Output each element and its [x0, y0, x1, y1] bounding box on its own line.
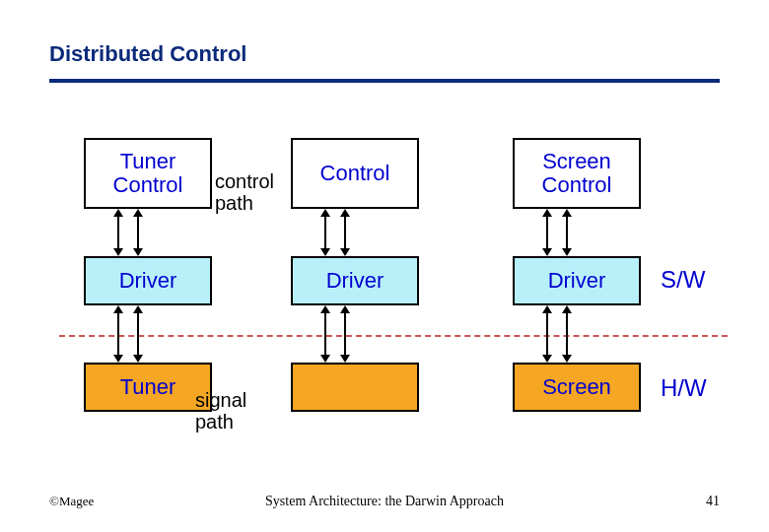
driver-label-2: Driver — [326, 269, 384, 293]
svg-marker-4 — [133, 209, 143, 217]
svg-marker-22 — [133, 305, 143, 313]
svg-marker-11 — [340, 248, 350, 256]
svg-marker-35 — [562, 355, 572, 363]
svg-marker-17 — [562, 248, 572, 256]
driver-box-3: Driver — [513, 256, 641, 305]
svg-marker-31 — [542, 305, 552, 313]
screen-control-label: ScreenControl — [542, 150, 612, 197]
signal-path-text: signalpath — [195, 389, 246, 432]
svg-marker-28 — [340, 305, 350, 313]
svg-marker-25 — [320, 305, 330, 313]
driver-label-3: Driver — [548, 269, 606, 293]
connector-col1-drv-hw — [110, 305, 150, 363]
svg-marker-16 — [562, 209, 572, 217]
control-path-text: controlpath — [215, 170, 274, 214]
svg-marker-20 — [113, 355, 123, 363]
tuner-hw-label: Tuner — [120, 375, 176, 399]
screen-control-box: ScreenControl — [513, 138, 641, 209]
svg-marker-5 — [133, 248, 143, 256]
tuner-hw-box: Tuner — [84, 363, 212, 412]
driver-box-2: Driver — [291, 256, 419, 305]
svg-marker-29 — [340, 355, 350, 363]
hw-label: H/W — [661, 374, 707, 402]
svg-marker-14 — [542, 248, 552, 256]
middle-hw-box — [291, 363, 419, 412]
connector-col3-ctrl-drv — [539, 209, 579, 256]
driver-label-1: Driver — [119, 269, 177, 293]
sw-hw-divider — [59, 335, 728, 337]
svg-marker-23 — [133, 355, 143, 363]
slide-title: Distributed Control — [49, 41, 246, 67]
svg-marker-13 — [542, 209, 552, 217]
connector-col2-drv-hw — [317, 305, 357, 363]
svg-marker-1 — [113, 209, 123, 217]
driver-box-1: Driver — [84, 256, 212, 305]
svg-marker-32 — [542, 355, 552, 363]
signal-path-label: signalpath — [195, 389, 246, 432]
control-path-label: controlpath — [215, 170, 274, 214]
title-underline — [49, 79, 720, 83]
connector-col1-ctrl-drv — [110, 209, 150, 256]
svg-marker-7 — [320, 209, 330, 217]
footer-title: System Architecture: the Darwin Approach — [0, 494, 769, 509]
connector-col3-drv-hw — [539, 305, 579, 363]
screen-hw-label: Screen — [542, 375, 611, 399]
svg-marker-26 — [320, 355, 330, 363]
middle-control-label: Control — [320, 162, 390, 185]
tuner-control-label: TunerControl — [113, 150, 183, 197]
svg-marker-10 — [340, 209, 350, 217]
svg-marker-8 — [320, 248, 330, 256]
connector-col2-ctrl-drv — [317, 209, 357, 256]
middle-control-box: Control — [291, 138, 419, 209]
screen-hw-box: Screen — [513, 363, 641, 412]
footer-page-number: 41 — [706, 494, 720, 509]
svg-marker-2 — [113, 248, 123, 256]
svg-marker-34 — [562, 305, 572, 313]
tuner-control-box: TunerControl — [84, 138, 212, 209]
sw-label: S/W — [661, 266, 705, 294]
svg-marker-19 — [113, 305, 123, 313]
